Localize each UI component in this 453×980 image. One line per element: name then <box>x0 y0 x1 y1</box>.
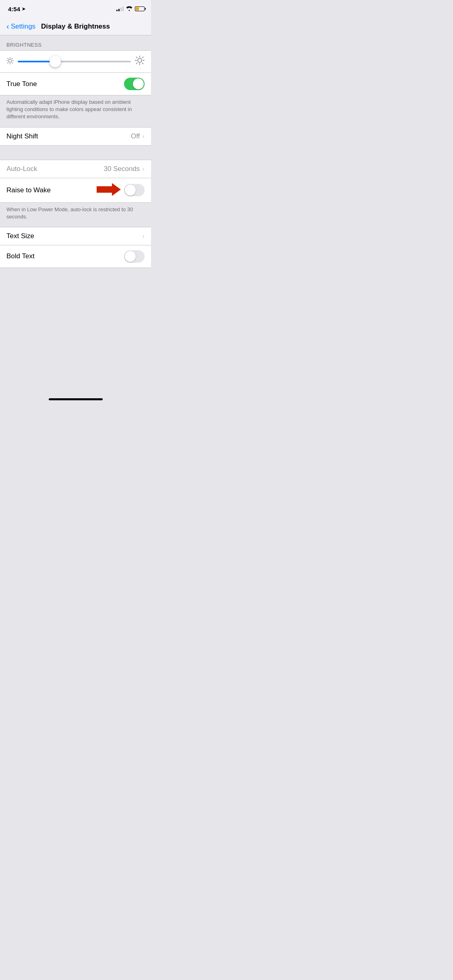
page-title: Display & Brightness <box>41 23 110 31</box>
group-separator-1 <box>0 146 151 160</box>
low-power-note: When in Low Power Mode, auto-lock is res… <box>0 203 151 227</box>
lock-section-body: Auto-Lock 30 Seconds › Raise to Wake <box>0 160 151 203</box>
signal-bar-1 <box>116 10 118 11</box>
bold-text-row[interactable]: Bold Text <box>0 245 151 268</box>
bold-text-toggle[interactable] <box>124 250 145 263</box>
svg-point-9 <box>138 58 142 62</box>
location-icon: ➤ <box>22 6 25 12</box>
time-display: 4:54 <box>8 6 20 12</box>
svg-line-17 <box>137 63 137 64</box>
auto-lock-label: Auto-Lock <box>6 165 37 173</box>
svg-line-7 <box>12 58 12 59</box>
brightness-section-header: BRIGHTNESS <box>0 35 151 50</box>
svg-line-8 <box>8 63 8 63</box>
night-shift-row[interactable]: Night Shift Off › <box>0 128 151 145</box>
night-shift-chevron-icon: › <box>142 132 145 140</box>
true-tone-row[interactable]: True Tone <box>0 73 151 95</box>
slider-thumb[interactable] <box>50 56 61 67</box>
brightness-slider[interactable] <box>18 56 131 67</box>
signal-bar-3 <box>120 8 122 11</box>
brightness-slider-row[interactable] <box>0 51 151 73</box>
back-chevron-icon: ‹ <box>6 22 9 30</box>
auto-lock-status: 30 Seconds <box>104 165 140 173</box>
bold-text-label: Bold Text <box>6 252 35 260</box>
true-tone-thumb <box>133 78 144 89</box>
text-section: Text Size › Bold Text <box>0 227 151 268</box>
svg-line-15 <box>142 63 143 64</box>
signal-bar-4 <box>122 6 124 11</box>
back-label: Settings <box>11 23 35 31</box>
status-bar: 4:54 ➤ <box>0 0 151 18</box>
status-icons <box>116 6 145 12</box>
signal-bar-2 <box>118 9 120 11</box>
brightness-section: BRIGHTNESS <box>0 35 151 146</box>
home-bar <box>49 398 103 400</box>
text-size-row[interactable]: Text Size › <box>0 227 151 245</box>
raise-to-wake-thumb <box>125 185 136 196</box>
night-shift-section-body: Night Shift Off › <box>0 127 151 146</box>
svg-line-6 <box>12 63 12 63</box>
night-shift-status: Off <box>131 132 140 140</box>
content: BRIGHTNESS <box>0 35 151 404</box>
raise-to-wake-row[interactable]: Raise to Wake <box>0 178 151 202</box>
auto-lock-chevron-icon: › <box>142 165 145 173</box>
sun-small-icon <box>6 57 14 66</box>
svg-line-16 <box>142 57 143 58</box>
true-tone-description: Automatically adapt iPhone display based… <box>0 95 151 127</box>
text-size-label: Text Size <box>6 232 34 240</box>
lock-section: Auto-Lock 30 Seconds › Raise to Wake <box>0 160 151 227</box>
true-tone-toggle[interactable] <box>124 78 145 90</box>
raise-to-wake-label: Raise to Wake <box>6 186 51 194</box>
text-section-body: Text Size › Bold Text <box>0 227 151 268</box>
night-shift-value: Off › <box>131 132 145 140</box>
true-tone-label: True Tone <box>6 80 37 88</box>
sun-large-icon <box>135 56 145 68</box>
home-indicator <box>0 389 151 404</box>
status-time: 4:54 ➤ <box>8 6 25 12</box>
slider-fill <box>18 61 52 62</box>
battery-fill <box>136 7 139 10</box>
brightness-section-body: True Tone <box>0 50 151 95</box>
night-shift-label: Night Shift <box>6 132 38 140</box>
svg-point-0 <box>8 59 12 62</box>
slider-track <box>18 61 131 62</box>
back-button[interactable]: ‹ Settings <box>6 23 35 31</box>
nav-bar: ‹ Settings Display & Brightness <box>0 18 151 35</box>
text-size-chevron-icon: › <box>142 232 145 240</box>
svg-line-14 <box>137 57 137 58</box>
battery-icon <box>135 6 145 11</box>
auto-lock-value: 30 Seconds › <box>104 165 145 173</box>
bold-text-thumb <box>125 251 136 262</box>
bottom-spacer <box>0 268 151 389</box>
signal-bars <box>116 6 124 11</box>
wifi-icon <box>126 6 132 12</box>
auto-lock-row[interactable]: Auto-Lock 30 Seconds › <box>0 160 151 178</box>
text-size-value: › <box>142 232 145 240</box>
raise-to-wake-right <box>97 183 145 198</box>
red-arrow-icon <box>97 183 121 198</box>
svg-marker-18 <box>97 183 121 196</box>
svg-line-5 <box>8 58 8 59</box>
raise-to-wake-toggle[interactable] <box>124 184 145 196</box>
